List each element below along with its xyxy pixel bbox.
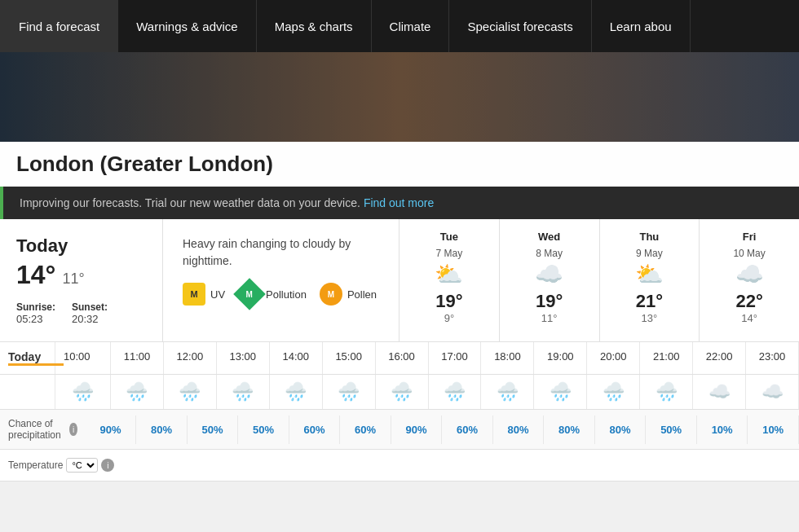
time-cell-4: 14:00 [270, 342, 323, 374]
notification-bar: Improving our forecasts. Trial our new w… [0, 187, 799, 219]
day-name: Fri [708, 231, 791, 243]
time-cell-2: 12:00 [164, 342, 217, 374]
nav-item-maps[interactable]: Maps & charts [257, 0, 372, 52]
pollution-indicator: M Pollution [238, 283, 307, 306]
weather-icon-0: 🌧️ [55, 375, 111, 409]
day-temp-high: 21° [608, 291, 691, 312]
weather-icon-10: 🌧️ [587, 375, 640, 409]
weather-icon-13: ☁️ [746, 375, 799, 409]
day-name: Tue [408, 231, 491, 243]
future-days: Tue 7 May ⛅ 19° 9° Wed 8 May ☁️ 19° 11° … [400, 219, 799, 341]
pollen-badge: M [320, 283, 342, 306]
time-cell-13: 23:00 [746, 342, 799, 374]
sunset-time: 20:32 [72, 313, 99, 325]
day-temp-low: 14° [708, 312, 791, 324]
weather-icon-5: 🌧️ [323, 375, 376, 409]
precipitation-row: Chance of precipitation i 90%80%50%50%60… [0, 410, 799, 450]
precip-val-7: 60% [442, 415, 493, 444]
description-panel: Heavy rain changing to cloudy by nightti… [163, 219, 400, 341]
day-icon: ⛅ [408, 261, 491, 288]
nav-item-climate[interactable]: Climate [372, 0, 450, 52]
today-temperature: 14° 11° [16, 260, 146, 290]
precip-val-10: 80% [595, 415, 647, 444]
notification-text: Improving our forecasts. Trial our new w… [20, 196, 360, 209]
sunrise-time: 05:23 [16, 313, 43, 325]
icons-label-cell [0, 375, 55, 409]
forecast-row: Today 14° 11° Sunrise: 05:23 Sunset: 20:… [0, 219, 799, 342]
weather-icon-11: 🌧️ [640, 375, 693, 409]
weather-indicators: M UV M Pollution M Pollen [183, 283, 379, 306]
navigation: Find a forecastWarnings & adviceMaps & c… [0, 0, 799, 52]
future-day-1[interactable]: Wed 8 May ☁️ 19° 11° [500, 219, 600, 341]
precip-val-3: 50% [238, 415, 289, 444]
day-temp-high: 19° [508, 291, 591, 312]
precipitation-label: Chance of precipitation i [0, 410, 86, 449]
future-day-3[interactable]: Fri 10 May ☁️ 22° 14° [700, 219, 799, 341]
time-cell-5: 15:00 [323, 342, 376, 374]
pollution-badge: M [233, 278, 266, 310]
pollen-label: Pollen [347, 288, 377, 301]
hero-image [0, 52, 799, 142]
uv-indicator: M UV [183, 283, 225, 306]
weather-icon-3: 🌧️ [217, 375, 270, 409]
time-cell-10: 20:00 [587, 342, 640, 374]
day-date: 7 May [408, 248, 491, 259]
hourly-section: Today 10:0011:0012:0013:0014:0015:0016:0… [0, 342, 799, 481]
sunrise-label: Sunrise: [16, 301, 55, 313]
uv-badge: M [183, 283, 205, 306]
hourly-times-row: Today 10:0011:0012:0013:0014:0015:0016:0… [0, 342, 799, 375]
day-date: 8 May [508, 248, 591, 259]
time-cell-0: 10:00 [55, 342, 111, 374]
precip-val-4: 60% [289, 415, 341, 444]
time-cell-12: 22:00 [693, 342, 746, 374]
notification-link[interactable]: Find out more [364, 196, 434, 209]
sunset-info: Sunset: 20:32 [72, 301, 108, 325]
day-name: Thu [608, 231, 691, 243]
today-panel: Today 14° 11° Sunrise: 05:23 Sunset: 20:… [0, 219, 163, 341]
today-label: Today [16, 235, 146, 257]
today-description: Heavy rain changing to cloudy by nightti… [183, 235, 379, 270]
weather-icon-9: 🌧️ [534, 375, 587, 409]
future-day-2[interactable]: Thu 9 May ⛅ 21° 13° [600, 219, 700, 341]
day-temp-high: 22° [708, 291, 791, 312]
weather-icon-6: 🌧️ [376, 375, 429, 409]
today-tab[interactable]: Today [0, 342, 55, 374]
temperature-unit-select[interactable]: °C °F [66, 458, 98, 473]
weather-icon-12: ☁️ [693, 375, 746, 409]
time-cell-11: 21:00 [640, 342, 693, 374]
sunrise-info: Sunrise: 05:23 [16, 301, 55, 325]
day-temp-low: 13° [608, 312, 691, 324]
day-icon: ⛅ [608, 261, 691, 288]
pollen-indicator: M Pollen [320, 283, 377, 306]
precip-info-icon[interactable]: i [69, 423, 77, 436]
today-temp-high: 14° [16, 260, 55, 290]
time-cell-9: 19:00 [534, 342, 587, 374]
nav-item-learn[interactable]: Learn abou [592, 0, 691, 52]
future-day-0[interactable]: Tue 7 May ⛅ 19° 9° [400, 219, 500, 341]
temp-info-icon[interactable]: i [101, 459, 114, 472]
nav-item-warnings[interactable]: Warnings & advice [118, 0, 257, 52]
precip-val-11: 50% [646, 415, 697, 444]
nav-item-find-forecast[interactable]: Find a forecast [0, 0, 118, 52]
day-temp-high: 19° [408, 291, 491, 312]
day-temp-low: 11° [508, 312, 591, 324]
precip-val-12: 10% [697, 415, 748, 444]
time-cell-3: 13:00 [217, 342, 270, 374]
day-date: 10 May [708, 248, 791, 259]
pollution-label: Pollution [266, 288, 307, 301]
location-title-bar: London (Greater London) [0, 142, 799, 187]
day-name: Wed [508, 231, 591, 243]
day-date: 9 May [608, 248, 691, 259]
precip-val-1: 80% [136, 415, 188, 444]
day-icon: ☁️ [708, 261, 791, 288]
weather-icon-7: 🌧️ [429, 375, 482, 409]
time-cell-8: 18:00 [481, 342, 534, 374]
time-cell-6: 16:00 [376, 342, 429, 374]
nav-item-specialist[interactable]: Specialist forecasts [449, 0, 591, 52]
time-cell-1: 11:00 [111, 342, 164, 374]
precip-val-2: 50% [188, 415, 239, 444]
temperature-row: Temperature °C °F i [0, 450, 799, 481]
precip-val-9: 80% [544, 415, 595, 444]
uv-label: UV [210, 288, 225, 301]
weather-icon-2: 🌧️ [164, 375, 217, 409]
